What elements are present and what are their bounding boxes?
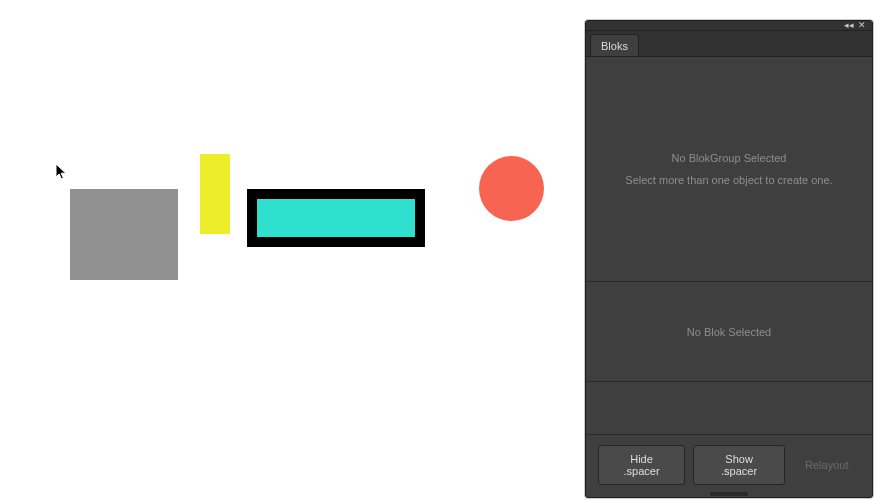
show-spacer-button[interactable]: Show .spacer: [693, 445, 785, 485]
panel-resize-handle[interactable]: [710, 492, 748, 496]
blok-section: No Blok Selected: [586, 282, 872, 382]
close-icon[interactable]: ✕: [858, 21, 866, 30]
canvas[interactable]: [0, 0, 585, 500]
blokgroup-empty-hint: Select more than one object to create on…: [625, 174, 832, 186]
panel-button-row: Hide .spacer Show .spacer Relayout: [586, 434, 872, 497]
panel-header: ◂◂ ✕: [586, 21, 872, 31]
gray-rectangle[interactable]: [70, 189, 178, 280]
panel-tabbar: Bloks: [586, 31, 872, 57]
blok-empty-title: No Blok Selected: [687, 326, 771, 338]
tab-bloks[interactable]: Bloks: [590, 34, 639, 56]
panel-spacer: [586, 382, 872, 434]
red-circle[interactable]: [479, 156, 544, 221]
relayout-button: Relayout: [793, 452, 860, 478]
collapse-icon[interactable]: ◂◂: [844, 21, 854, 30]
blokgroup-section: No BlokGroup Selected Select more than o…: [586, 57, 872, 282]
bloks-panel: ◂◂ ✕ Bloks No BlokGroup Selected Select …: [585, 20, 873, 498]
cyan-rectangle: [257, 199, 415, 237]
blokgroup-empty-title: No BlokGroup Selected: [672, 152, 787, 164]
cursor-icon: [55, 163, 69, 185]
cyan-rectangle-frame[interactable]: [247, 189, 425, 247]
yellow-rectangle[interactable]: [200, 154, 230, 234]
hide-spacer-button[interactable]: Hide .spacer: [598, 445, 685, 485]
